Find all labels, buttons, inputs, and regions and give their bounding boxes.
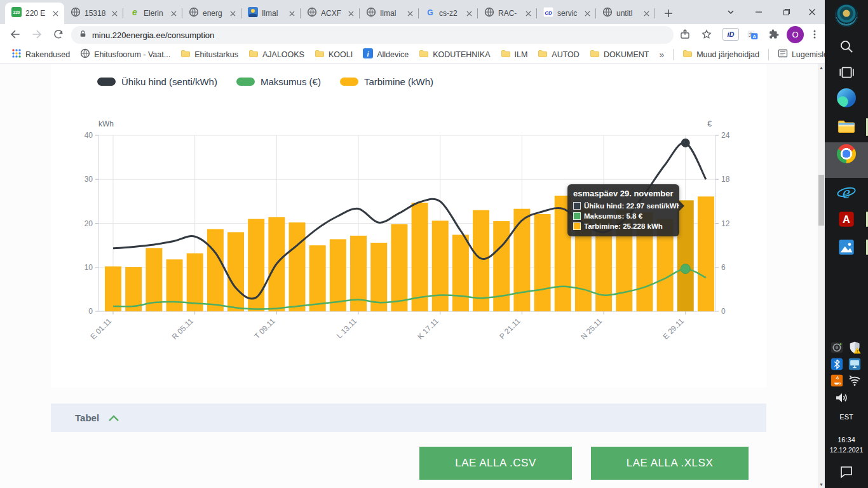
tab-close-icon[interactable] [227,8,238,18]
bar--19-11[interactable] [473,210,489,311]
folder-icon [180,48,191,60]
browser-tab-ilmal[interactable]: Ilmal [360,3,419,24]
browser-menu-dots-icon[interactable] [806,25,824,43]
tray-volume-icon[interactable] [834,390,849,405]
bar--07-11[interactable] [227,232,244,311]
bookmark-ehitustarkus[interactable]: Ehitustarkus [175,46,243,62]
download-xlsx-button[interactable]: LAE ALLA .XLSX [591,447,749,480]
bookmark-ehitusfoorum-vaat-[interactable]: Ehitusfoorum - Vaat... [75,46,175,62]
tab-close-icon[interactable] [287,8,297,18]
bar--14-11[interactable] [370,243,387,311]
bar--21-11[interactable] [513,209,530,311]
taskbar-acrobat-icon[interactable]: A [837,210,855,228]
bar--20-11[interactable] [493,221,510,311]
tab-favicon-icon: G [425,7,435,20]
tab-close-icon[interactable] [582,8,592,18]
browser-tab-servic[interactable]: CDservic [537,3,596,24]
tab-close-icon[interactable] [168,8,179,18]
tab-title: cs-z2 [439,9,460,18]
browser-tab-untitl[interactable]: untitl [596,3,655,24]
url-text[interactable]: minu.220energia.ee/consumption [92,30,214,40]
taskbar-start-button[interactable] [835,4,858,27]
scrollbar-thumb[interactable] [818,175,824,226]
browser-tab-rac-[interactable]: RAC- [478,3,537,24]
forward-button[interactable] [28,25,46,43]
profile-avatar[interactable]: O [787,26,804,43]
translate-extension-icon[interactable]: 文A [743,25,761,43]
bar--22-11[interactable] [534,214,551,311]
tray-defender-icon[interactable]: ! [848,341,862,355]
url-bar[interactable]: minu.220energia.ee/consumption [71,26,674,44]
tray-language[interactable]: EST [825,413,868,421]
page-scrollbar[interactable]: ▲ ▼ [818,64,825,488]
extensions-puzzle-icon[interactable] [765,25,783,43]
id-extension-icon[interactable]: iD [722,25,740,43]
taskbar-search-icon[interactable] [838,38,855,55]
tray-clock-date[interactable]: 12.12.2021 [825,446,868,454]
bar--01-11[interactable] [105,266,121,311]
bookmark-star-icon[interactable] [698,25,715,43]
tray-action-center-icon[interactable] [839,464,854,479]
bar--30-11[interactable] [698,196,714,311]
tray-clock-time[interactable]: 16:34 [825,436,868,444]
taskbar-chrome-icon[interactable] [837,144,856,163]
bookmarks-overflow-chevron[interactable]: » [654,50,669,60]
reload-button[interactable] [50,25,67,43]
browser-tab-ilmal[interactable]: Ilmal [241,3,301,24]
bookmark-dokument[interactable]: DOKUMENT [585,46,654,62]
bar--10-11[interactable] [289,222,306,311]
bookmark-alldevice[interactable]: iAlldevice [358,46,414,62]
bar--11-11[interactable] [309,245,326,311]
bookmark-kooli[interactable]: KOOLI [309,46,358,62]
browser-tab-cs-z2[interactable]: Gcs-z2 [419,3,478,24]
taskbar-internet-explorer-icon[interactable]: e [836,182,857,203]
bar--29-11[interactable] [677,200,694,311]
bookmark-rakendused[interactable]: Rakendused [6,46,75,62]
bar--16-11[interactable] [412,203,428,311]
other-bookmarks-folder[interactable]: Muud järjehoidjad [677,46,764,62]
download-csv-button[interactable]: LAE ALLA .CSV [419,447,572,480]
bookmark-ilm[interactable]: ILM [496,46,533,62]
tray-remote-desktop-icon[interactable] [848,357,862,371]
window-menu-chevron-icon[interactable] [717,0,745,24]
browser-tab-energ[interactable]: energ [182,3,241,24]
bar--15-11[interactable] [391,224,407,311]
back-button[interactable] [6,25,24,43]
taskbar-file-explorer-icon[interactable] [837,117,856,136]
window-minimize-button[interactable] [745,0,773,24]
tab-close-icon[interactable] [50,8,60,18]
bookmark-ajalooks[interactable]: AJALOOKS [243,46,309,62]
tab-close-icon[interactable] [346,8,356,18]
bookmark-autod[interactable]: AUTOD [532,46,585,62]
bar--17-11[interactable] [432,220,449,311]
tab-close-icon[interactable] [464,8,474,18]
tray-java-icon[interactable] [830,374,844,388]
browser-tab-elerin[interactable]: eElerin [123,3,182,24]
browser-tab-220-e[interactable]: 220220 E [5,3,64,24]
window-close-button[interactable] [798,0,826,24]
tab-close-icon[interactable] [641,8,651,18]
new-tab-button[interactable] [661,6,676,21]
bar--06-11[interactable] [207,229,224,311]
share-icon[interactable] [676,25,694,43]
tray-bluetooth-icon[interactable] [830,357,844,371]
lock-icon[interactable] [79,29,87,41]
taskbar-task-view-icon[interactable] [838,64,855,81]
table-section-toggle[interactable]: Tabel [51,403,766,432]
bookmark-kodutehnika[interactable]: KODUTEHNIKA [414,46,495,62]
bar--04-11[interactable] [166,259,183,311]
scrollbar-up-arrow[interactable]: ▲ [818,64,825,71]
tab-close-icon[interactable] [109,8,119,18]
scrollbar-down-arrow[interactable]: ▼ [818,480,825,488]
tab-close-icon[interactable] [523,8,533,18]
browser-tab-15318[interactable]: 15318 [64,3,123,24]
tray-camera-icon[interactable] [830,341,844,355]
taskbar-photos-icon[interactable] [837,238,855,256]
svg-text:6: 6 [721,263,726,272]
bar--18-11[interactable] [452,235,469,311]
tab-close-icon[interactable] [405,8,415,18]
browser-tab-acxf[interactable]: ACXF [301,3,360,24]
window-restore-button[interactable] [773,0,801,24]
taskbar-edge-icon[interactable] [837,88,856,107]
tray-wifi-icon[interactable] [848,374,862,388]
